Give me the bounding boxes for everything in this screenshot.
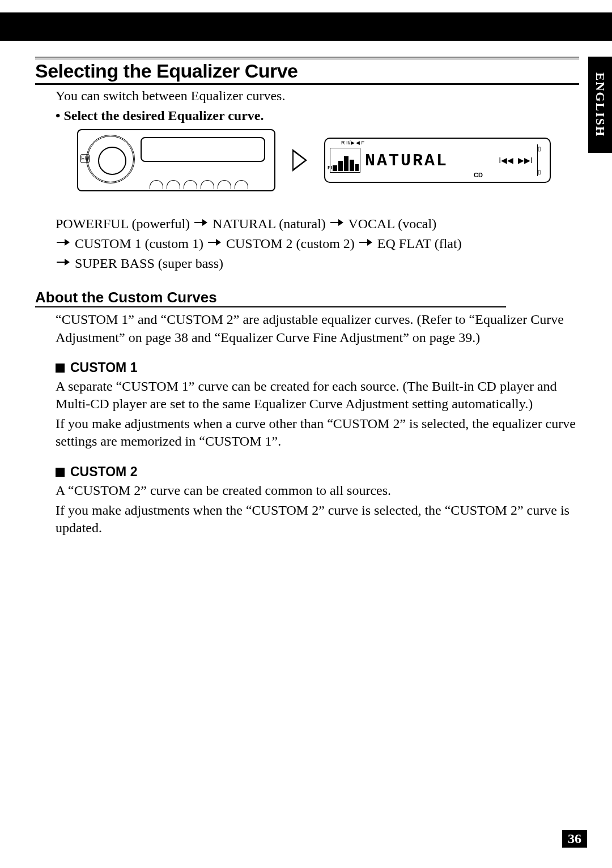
prev-track-icon: I◀◀ [499, 156, 513, 165]
eq-sequence: POWERFUL (powerful) NATURAL (natural) VO… [56, 214, 579, 273]
arrow-icon [292, 149, 307, 172]
head-unit-illustration: EQ [77, 129, 275, 191]
page-content: Selecting the Equalizer Curve You can sw… [35, 57, 579, 537]
equalizer-bars-icon [330, 148, 360, 173]
next-track-icon: ▶▶I [518, 156, 533, 165]
scroll-indicator-icon: ▯▯ [537, 144, 545, 176]
fi-label: FI [328, 165, 332, 170]
top-indicator-icons: R II/▶ ◀ F [341, 140, 364, 146]
seq-item: CUSTOM 1 (custom 1) [75, 236, 203, 251]
custom1-paragraph-2: If you make adjustments when a curve oth… [56, 415, 579, 450]
preset-buttons-icon [150, 180, 248, 189]
custom2-paragraph-2: If you make adjustments when the “CUSTOM… [56, 502, 579, 537]
cd-label: CD [474, 172, 483, 178]
header-black-bar [0, 12, 612, 41]
about-paragraph: “CUSTOM 1” and “CUSTOM 2” are adjustable… [56, 311, 579, 346]
language-tab: ENGLISH [588, 57, 612, 153]
seq-item: SUPER BASS (super bass) [75, 256, 223, 271]
subsection-heading: About the Custom Curves [35, 289, 506, 307]
custom2-paragraph-1: A “CUSTOM 2” curve can be created common… [56, 482, 579, 499]
intro-text: You can switch between Equalizer curves. [56, 88, 579, 104]
seq-item: EQ FLAT (flat) [377, 236, 462, 251]
custom1-heading: CUSTOM 1 [56, 360, 579, 375]
instruction-bullet: Select the desired Equalizer curve. [56, 108, 579, 123]
seq-item: POWERFUL (powerful) [56, 216, 190, 231]
disc-slot-icon [141, 137, 265, 162]
lcd-display-illustration: R II/▶ ◀ F FI NATURAL CD I◀◀ ▶▶I ▯▯ [324, 138, 551, 183]
section-heading: Selecting the Equalizer Curve [35, 57, 579, 85]
seq-item: NATURAL (natural) [212, 216, 326, 231]
custom2-heading: CUSTOM 2 [56, 464, 579, 480]
custom1-paragraph-1: A separate “CUSTOM 1” curve can be creat… [56, 378, 579, 413]
seq-item: VOCAL (vocal) [348, 216, 436, 231]
lcd-text: NATURAL [365, 150, 494, 170]
rotary-knob-icon [86, 135, 135, 183]
page-number: 36 [562, 830, 587, 848]
seq-item: CUSTOM 2 (custom 2) [226, 236, 355, 251]
language-tab-label: ENGLISH [593, 72, 607, 137]
illustration-row: EQ R II/▶ ◀ F FI NATURAL CD I◀◀ ▶▶I ▯▯ [77, 129, 579, 191]
